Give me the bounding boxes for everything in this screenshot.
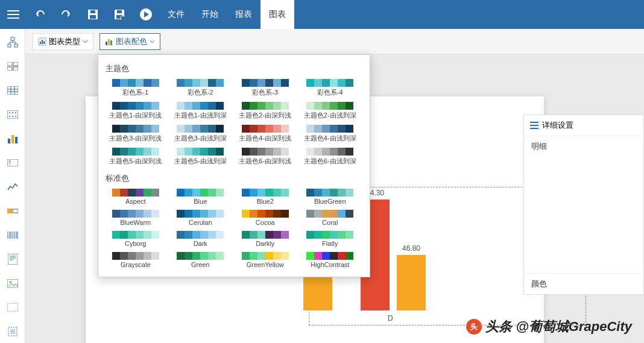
palette-option[interactable]: 主题色3-由浅到深 <box>171 124 231 144</box>
palette-label: BlueGreen <box>314 198 346 205</box>
color-row[interactable]: 颜色 <box>524 273 643 294</box>
save-as-icon[interactable] <box>106 0 133 29</box>
grid-icon[interactable] <box>7 109 19 121</box>
table-icon[interactable] <box>7 84 19 96</box>
chart-bar[interactable]: 46.80 <box>397 255 426 310</box>
chevron-down-icon <box>83 40 88 43</box>
chevron-down-icon <box>150 40 155 43</box>
image-icon[interactable] <box>7 277 19 289</box>
line-chart-icon[interactable] <box>7 181 19 193</box>
palette-option[interactable]: 主题色1-由深到浅 <box>106 101 166 121</box>
svg-rect-29 <box>8 254 17 265</box>
palette-option[interactable]: 彩色系-1 <box>106 78 166 98</box>
palette-option[interactable]: Blue2 <box>235 187 295 206</box>
palette-label: 彩色系-3 <box>252 88 278 97</box>
palette-option[interactable]: 主题色3-由深到浅 <box>106 124 166 144</box>
color-palette-dropdown: 主题色 彩色系-1彩色系-2彩色系-3彩色系-4主题色1-由深到浅主题色1-由浅… <box>98 54 370 277</box>
svg-rect-32 <box>7 303 18 312</box>
redo-icon[interactable] <box>53 0 80 29</box>
text-field-icon[interactable] <box>7 157 19 169</box>
palette-option[interactable]: 彩色系-4 <box>300 78 361 98</box>
bar-chart-icon[interactable] <box>7 133 19 145</box>
palette-option[interactable]: 主题色6-由深到浅 <box>235 146 295 167</box>
progress-icon[interactable] <box>7 205 19 217</box>
palette-option[interactable]: BlueWarm <box>106 209 166 227</box>
svg-rect-14 <box>13 67 18 71</box>
palette-option[interactable]: Aspect <box>106 187 166 206</box>
tab-file[interactable]: 文件 <box>159 0 193 29</box>
palette-option[interactable]: Grayscale <box>106 251 166 269</box>
palette-option[interactable]: 主题色2-由深到浅 <box>235 101 295 121</box>
tab-chart[interactable]: 图表 <box>260 0 294 29</box>
tab-start[interactable]: 开始 <box>193 0 227 29</box>
tab-report[interactable]: 报表 <box>227 0 260 29</box>
svg-rect-11 <box>7 62 12 66</box>
palette-option[interactable]: Darkly <box>235 230 295 248</box>
svg-rect-12 <box>13 62 18 66</box>
palette-option[interactable]: Cocoa <box>235 209 295 227</box>
palette-option[interactable]: GreenYellow <box>235 251 295 269</box>
palette-option[interactable]: HighContrast <box>300 251 361 269</box>
svg-rect-26 <box>7 159 18 166</box>
selection-icon[interactable] <box>7 326 19 338</box>
svg-rect-28 <box>7 209 13 213</box>
palette-option[interactable]: 主题色2-由浅到深 <box>300 101 361 121</box>
palette-option[interactable]: 主题色6-由浅到深 <box>300 146 361 167</box>
palette-option[interactable]: Cerulan <box>171 209 231 227</box>
palette-label: Green <box>191 261 210 268</box>
palette-option[interactable]: Coral <box>300 209 361 227</box>
palette-option[interactable]: 主题色4-由浅到深 <box>300 124 361 144</box>
palette-label: 主题色1-由深到浅 <box>109 111 162 120</box>
container-icon[interactable] <box>7 301 19 313</box>
detail-row[interactable]: 明细 <box>524 136 643 157</box>
palette-option[interactable]: Flatly <box>300 230 361 248</box>
palette-option[interactable]: 主题色4-由深到浅 <box>235 124 295 144</box>
svg-rect-38 <box>43 41 45 44</box>
palette-label: Cyborg <box>125 240 146 247</box>
palette-option[interactable]: 彩色系-2 <box>171 78 231 98</box>
palette-label: GreenYellow <box>247 261 284 268</box>
svg-rect-39 <box>106 42 107 45</box>
palette-label: 主题色6-由浅到深 <box>304 157 356 166</box>
svg-rect-2 <box>90 10 95 13</box>
svg-point-6 <box>121 16 125 20</box>
palette-option[interactable]: Cyborg <box>106 230 166 248</box>
watermark: 头 头条 @葡萄城GrapeCity <box>466 318 632 336</box>
palette-label: HighContrast <box>311 261 349 268</box>
barcode-icon[interactable] <box>7 229 19 241</box>
run-icon[interactable] <box>133 0 159 29</box>
org-chart-icon[interactable] <box>7 36 19 48</box>
palette-option[interactable]: 彩色系-3 <box>235 78 295 98</box>
chart-colors-dropdown[interactable]: 图表配色 <box>99 33 160 50</box>
chart-type-dropdown[interactable]: 图表类型 <box>33 33 93 50</box>
palette-label: Aspect <box>125 198 146 205</box>
svg-rect-16 <box>7 110 18 119</box>
palette-option[interactable]: 主题色1-由浅到深 <box>171 101 231 121</box>
save-icon[interactable] <box>80 0 106 29</box>
palette-option[interactable]: Blue <box>171 187 231 206</box>
watermark-logo-icon: 头 <box>466 319 482 335</box>
undo-icon[interactable] <box>27 0 53 29</box>
richtext-icon[interactable] <box>7 253 19 265</box>
kpi-card-icon[interactable] <box>7 60 19 72</box>
palette-label: Cocoa <box>256 219 275 226</box>
palette-label: BlueWarm <box>120 219 151 226</box>
palette-label: 主题色5-由浅到深 <box>174 157 227 166</box>
palette-option[interactable]: 主题色5-由深到浅 <box>106 146 166 167</box>
palette-option[interactable]: Green <box>171 251 231 269</box>
svg-rect-36 <box>40 42 41 44</box>
section-standard-title: 标准色 <box>103 169 362 185</box>
palette-label: Darkly <box>256 240 274 247</box>
palette-option[interactable]: Dark <box>171 230 231 248</box>
svg-rect-41 <box>110 40 112 45</box>
palette-label: Grayscale <box>121 261 151 268</box>
palette-label: 主题色4-由浅到深 <box>304 134 356 143</box>
svg-rect-8 <box>11 37 14 40</box>
palette-option[interactable]: 主题色5-由浅到深 <box>171 146 231 167</box>
palette-option[interactable]: BlueGreen <box>300 187 361 206</box>
svg-point-20 <box>9 116 10 117</box>
hamburger-icon[interactable] <box>0 0 27 29</box>
svg-rect-25 <box>15 137 17 143</box>
top-menu-bar: 文件 开始 报表 图表 <box>0 0 644 29</box>
palette-label: 主题色3-由深到浅 <box>109 134 162 143</box>
